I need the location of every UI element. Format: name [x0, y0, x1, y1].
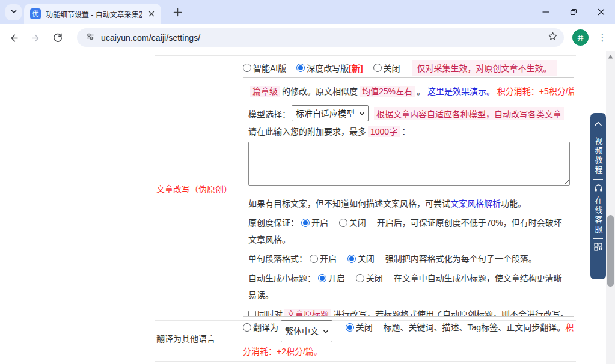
floating-sidebar: 视频教程 在线客服	[590, 113, 606, 279]
mode-option-label: 智能AI版	[253, 62, 286, 74]
auto-subtitle-label: 自动生成小标题：	[248, 273, 316, 283]
model-select-row: 模型选择： 标准自适应模型 根据文章内容自适应各种模型，自动改写各类文章	[248, 105, 569, 121]
url-text[interactable]: ucaiyun.com/caiji/settings/	[101, 33, 548, 43]
style-tip-text2: 功能。	[501, 199, 526, 208]
demo-link[interactable]: 这里是效果演示。	[427, 86, 495, 96]
single-sentence-label: 单句段落格式：	[248, 254, 307, 264]
close-window-button[interactable]	[587, 0, 615, 24]
on-label: 开启	[328, 273, 345, 283]
mode-option-smart-ai[interactable]: 智能AI版	[243, 62, 286, 74]
language-select-value: 繁体中文	[285, 322, 319, 340]
sidebar-divider	[593, 238, 603, 239]
rewrite-title-text: 同时对	[257, 309, 283, 317]
extra-requirements-label: 请在此输入您的附加要求，最多1000字：	[248, 126, 569, 138]
browser-tab[interactable]: 优 功能细节设置 - 自动文章采集器	[24, 4, 161, 24]
radio-single-off[interactable]	[347, 255, 356, 263]
window-controls	[532, 0, 615, 24]
tab-title: 功能细节设置 - 自动文章采集器	[46, 9, 142, 19]
rewrite-settings-panel: 篇章级的修改。原文相似度均值25%左右。 这里是效果演示。 积分消耗：+5积分/…	[243, 77, 574, 317]
section-divider	[155, 55, 576, 56]
forward-button[interactable]	[29, 31, 42, 44]
radio-subtitle-on[interactable]	[318, 274, 326, 282]
on-label: 开启	[311, 218, 328, 228]
style-tip-line: 如果有目标文案，但不知道如何描述文案风格，可尝试文案风格解析功能。	[248, 195, 569, 212]
headset-icon[interactable]	[594, 183, 603, 195]
extra-limit-code: 1000字	[368, 126, 400, 137]
extra-text: 请在此输入您的附加要求，最多	[248, 127, 366, 136]
sidebar-item-video-tutorial[interactable]: 视频教程	[595, 137, 602, 175]
off-label: 关闭	[366, 273, 383, 283]
url-bar[interactable]: ucaiyun.com/caiji/settings/	[77, 28, 564, 47]
translate-row: 翻译为 繁体中文 关闭 标题、关键词、描述、Tag标签、正文同步翻译。积分消耗：…	[243, 318, 575, 360]
mode-note: 仅对采集生效，对原创文章不生效。	[412, 60, 557, 76]
profile-avatar[interactable]: 井	[572, 29, 589, 46]
radio-subtitle-off[interactable]	[356, 274, 364, 282]
originality-label: 原创度保证：	[248, 218, 299, 228]
intro-code-similarity: 均值25%左右	[360, 86, 415, 97]
single-sentence-row: 单句段落格式： 开启 关闭 强制把内容格式化为每个句子一个段落。	[248, 250, 569, 267]
tab-search-button[interactable]	[5, 4, 22, 20]
site-info-icon[interactable]	[85, 32, 95, 44]
rewrite-title-row: 同时对文章原标题进行改写，若标题格式使用了自动原创标题，则不会进行改写。	[248, 306, 569, 317]
page-scrollbar[interactable]	[606, 51, 615, 364]
chevron-down-icon	[359, 108, 365, 118]
radio-translate-to[interactable]	[243, 323, 251, 332]
sidebar-divider	[593, 179, 603, 180]
radio-single-on[interactable]	[310, 255, 318, 263]
new-badge: [新]	[349, 62, 363, 74]
extra-colon: ：	[402, 127, 410, 136]
radio-smart-ai[interactable]	[243, 64, 251, 72]
scrollbar-thumb[interactable]	[607, 215, 614, 287]
style-analysis-link[interactable]: 文案风格解析	[450, 199, 501, 208]
extra-requirements-textarea[interactable]	[248, 142, 570, 186]
chevron-up-icon[interactable]	[593, 118, 603, 129]
sidebar-divider	[593, 133, 603, 133]
mode-option-close[interactable]: 关闭	[373, 62, 400, 74]
translate-note: 标题、关键词、描述、Tag标签、正文同步翻译。	[384, 323, 566, 332]
intro-text2: 。	[417, 86, 425, 96]
translate-option-label: 翻译为	[253, 323, 278, 332]
qr-code-icon[interactable]	[594, 243, 602, 253]
scrollbar-up-arrow[interactable]	[606, 53, 615, 60]
radio-deep-rewrite[interactable]	[296, 64, 305, 72]
restore-button[interactable]	[560, 0, 587, 24]
off-label: 关闭	[358, 254, 375, 264]
chevron-down-icon	[323, 322, 329, 340]
model-select-value: 标准自适应模型	[296, 107, 355, 119]
off-label: 关闭	[349, 218, 366, 228]
bookmark-star-icon[interactable]	[548, 31, 558, 44]
article-rewrite-label: 文章改写（伪原创）	[156, 183, 232, 195]
style-tip-text: 如果有目标文案，但不知道如何描述文案风格，可尝试	[248, 199, 450, 208]
translate-label: 翻译为其他语言	[156, 332, 215, 344]
page-content: 智能AI版 深度改写版[新] 关闭 仅对采集生效，对原创文章不生效。 文章改写（…	[0, 51, 606, 364]
mode-option-label: 深度改写版	[307, 62, 349, 74]
model-select-label: 模型选择：	[248, 108, 290, 120]
close-option-label: 关闭	[356, 323, 373, 332]
minimize-button[interactable]	[532, 0, 560, 24]
rewrite-mode-row: 智能AI版 深度改写版[新] 关闭 仅对采集生效，对原创文章不生效。	[243, 60, 558, 76]
back-button[interactable]	[7, 31, 20, 44]
model-select[interactable]: 标准自适应模型	[292, 105, 369, 121]
radio-originality-on[interactable]	[301, 219, 310, 227]
tab-strip: 优 功能细节设置 - 自动文章采集器	[0, 0, 615, 24]
tab-close-icon[interactable]	[147, 9, 156, 19]
radio-mode-close[interactable]	[373, 64, 382, 72]
rewrite-title-checkbox[interactable]	[248, 311, 256, 317]
browser-window: 优 功能细节设置 - 自动文章采集器	[0, 0, 615, 364]
intro-code-level: 篇章级	[250, 86, 280, 97]
language-select[interactable]: 繁体中文	[281, 320, 332, 342]
sidebar-item-online-service[interactable]: 在线客服	[595, 196, 602, 235]
mode-option-deep-rewrite[interactable]: 深度改写版[新]	[296, 62, 363, 74]
intro-line: 篇章级的修改。原文相似度均值25%左右。 这里是效果演示。 积分消耗：+5积分/…	[248, 85, 569, 98]
radio-originality-off[interactable]	[339, 219, 347, 227]
chevron-down-icon	[10, 7, 18, 18]
model-select-note: 根据文章内容自适应各种模型，自动改写各类文章	[374, 107, 564, 120]
browser-menu-icon[interactable]: ⋮	[598, 31, 607, 45]
on-label: 开启	[320, 254, 337, 264]
original-title-code: 文章原标题	[284, 309, 331, 317]
new-tab-button[interactable]	[172, 7, 183, 18]
radio-translate-close[interactable]	[346, 323, 354, 332]
reload-button[interactable]	[51, 31, 64, 44]
cost-note: 积分消耗：+5积分/篇。	[497, 86, 574, 96]
auto-subtitle-row: 自动生成小标题： 开启 关闭 在文章中自动生成小标题，使文章结构更清晰易读。	[248, 270, 569, 303]
